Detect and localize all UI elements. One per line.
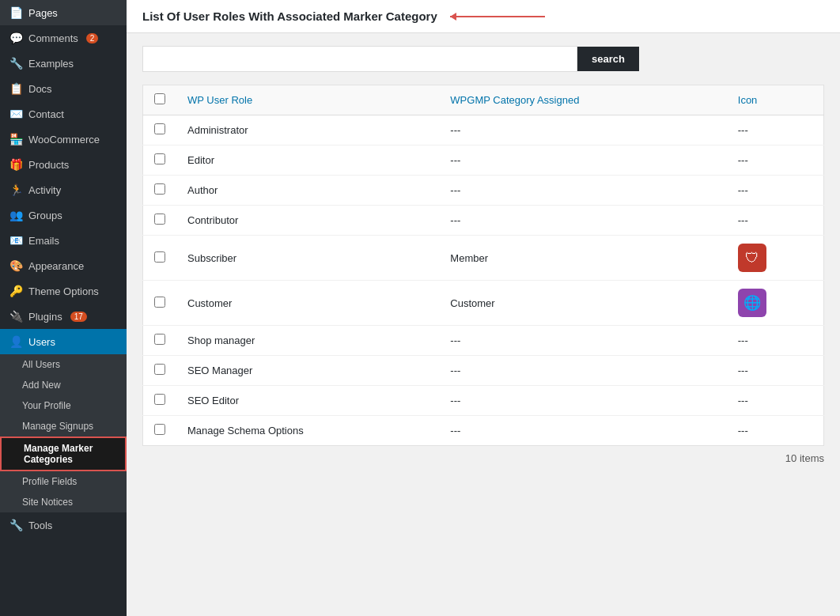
row-checkbox[interactable] <box>154 424 165 435</box>
plugins-icon: 🔌 <box>9 310 22 323</box>
row-checkbox-cell <box>143 386 177 416</box>
sidebar-item-groups[interactable]: 👥 Groups <box>0 202 127 228</box>
groups-icon: 👥 <box>9 209 22 221</box>
sidebar-item-label: Appearance <box>28 260 84 272</box>
comments-badge: 2 <box>86 33 99 43</box>
sidebar-item-label: WooCommerce <box>28 134 100 145</box>
main-content: List Of User Roles With Associated Marke… <box>127 0 840 616</box>
row-role: Editor <box>176 145 439 176</box>
row-checkbox-cell <box>143 236 177 281</box>
sidebar-item-users[interactable]: 👤 Users <box>0 329 127 354</box>
row-checkbox-cell <box>143 176 177 206</box>
products-icon: 🎁 <box>9 158 22 171</box>
row-role: Shop manager <box>176 326 439 356</box>
row-category: --- <box>439 176 726 206</box>
table-row: SubscriberMember🛡 <box>143 236 824 281</box>
row-checkbox[interactable] <box>154 394 165 405</box>
row-checkbox[interactable] <box>154 251 165 263</box>
row-role: Contributor <box>176 206 439 236</box>
page-title: List Of User Roles With Associated Marke… <box>142 9 437 23</box>
sidebar-item-woocommerce[interactable]: 🏪 WooCommerce <box>0 127 127 152</box>
sidebar-item-examples[interactable]: 🔧 Examples <box>0 51 127 76</box>
page-header: List Of User Roles With Associated Marke… <box>127 0 840 33</box>
table-row: Shop manager------ <box>143 326 824 356</box>
users-submenu: All Users Add New Your Profile Manage Si… <box>0 354 127 512</box>
pages-icon: 📄 <box>9 6 22 19</box>
customer-icon-badge: 🌐 <box>738 289 766 317</box>
sidebar-item-label: Products <box>28 159 69 171</box>
sidebar-item-contact[interactable]: ✉️ Contact <box>0 101 127 127</box>
sidebar-item-emails[interactable]: 📧 Emails <box>0 228 127 253</box>
row-checkbox[interactable] <box>154 123 165 134</box>
submenu-site-notices[interactable]: Site Notices <box>0 492 127 512</box>
row-checkbox-cell <box>143 115 177 145</box>
row-icon: --- <box>727 206 824 236</box>
table-row: CustomerCustomer🌐 <box>143 281 824 326</box>
sidebar-item-plugins[interactable]: 🔌 Plugins 17 <box>0 304 127 329</box>
sidebar-item-docs[interactable]: 📋 Docs <box>0 76 127 101</box>
row-category: --- <box>439 356 726 386</box>
row-checkbox-cell <box>143 356 177 386</box>
row-checkbox-cell <box>143 416 177 446</box>
sidebar-item-pages[interactable]: 📄 Pages <box>0 0 127 25</box>
row-checkbox-cell <box>143 281 177 326</box>
row-checkbox[interactable] <box>154 297 165 308</box>
submenu-add-new[interactable]: Add New <box>0 375 127 395</box>
row-category: --- <box>439 326 726 356</box>
theme-options-icon: 🔑 <box>9 285 22 297</box>
sidebar-item-label: Docs <box>28 83 52 95</box>
comments-icon: 💬 <box>9 32 22 44</box>
row-icon: --- <box>727 145 824 176</box>
sidebar-item-label: Examples <box>28 58 74 70</box>
row-icon: --- <box>727 386 824 416</box>
col-header-wpgmp-category: WPGMP Category Assigned <box>439 85 726 115</box>
row-checkbox[interactable] <box>154 183 165 195</box>
sidebar-item-appearance[interactable]: 🎨 Appearance <box>0 253 127 278</box>
submenu-profile-fields[interactable]: Profile Fields <box>0 471 127 492</box>
col-header-check <box>143 85 177 115</box>
select-all-checkbox[interactable] <box>154 93 165 104</box>
roles-table: WP User Role WPGMP Category Assigned Ico… <box>142 85 824 446</box>
row-role: Administrator <box>176 115 439 145</box>
woocommerce-icon: 🏪 <box>9 133 22 145</box>
row-role: SEO Manager <box>176 356 439 386</box>
submenu-all-users[interactable]: All Users <box>0 354 127 375</box>
row-checkbox[interactable] <box>154 334 165 345</box>
row-category: --- <box>439 145 726 176</box>
sidebar-item-activity[interactable]: 🏃 Activity <box>0 177 127 202</box>
row-icon: 🌐 <box>727 281 824 326</box>
sidebar-item-comments[interactable]: 💬 Comments 2 <box>0 25 127 51</box>
row-role: Customer <box>176 281 439 326</box>
row-icon: 🛡 <box>727 236 824 281</box>
content-area: search WP User Role WPGMP Category Assig… <box>127 33 840 483</box>
submenu-your-profile[interactable]: Your Profile <box>0 395 127 416</box>
row-checkbox[interactable] <box>154 364 165 375</box>
row-role: Author <box>176 176 439 206</box>
row-checkbox-cell <box>143 206 177 236</box>
users-icon: 👤 <box>9 335 22 348</box>
submenu-manage-marker-categories[interactable]: Manage Marker Categories <box>0 436 127 471</box>
row-icon: --- <box>727 115 824 145</box>
emails-icon: 📧 <box>9 234 22 247</box>
search-button[interactable]: search <box>577 47 639 71</box>
search-input[interactable] <box>142 46 577 72</box>
table-row: Manage Schema Options------ <box>143 416 824 446</box>
sidebar-item-label: Emails <box>28 235 59 247</box>
row-checkbox-cell <box>143 145 177 176</box>
row-icon: --- <box>727 326 824 356</box>
row-icon: --- <box>727 176 824 206</box>
table-row: Author------ <box>143 176 824 206</box>
row-category: --- <box>439 206 726 236</box>
sidebar-item-tools[interactable]: 🔧 Tools <box>0 512 127 538</box>
row-icon: --- <box>727 416 824 446</box>
search-bar: search <box>142 46 824 72</box>
row-role: SEO Editor <box>176 386 439 416</box>
items-count: 10 items <box>142 446 824 471</box>
sidebar-item-products[interactable]: 🎁 Products <box>0 152 127 177</box>
sidebar-item-theme-options[interactable]: 🔑 Theme Options <box>0 278 127 304</box>
arrow-indicator <box>450 16 545 17</box>
row-checkbox[interactable] <box>154 153 165 164</box>
row-checkbox[interactable] <box>154 214 165 225</box>
table-header-row: WP User Role WPGMP Category Assigned Ico… <box>143 85 824 115</box>
submenu-manage-signups[interactable]: Manage Signups <box>0 416 127 436</box>
